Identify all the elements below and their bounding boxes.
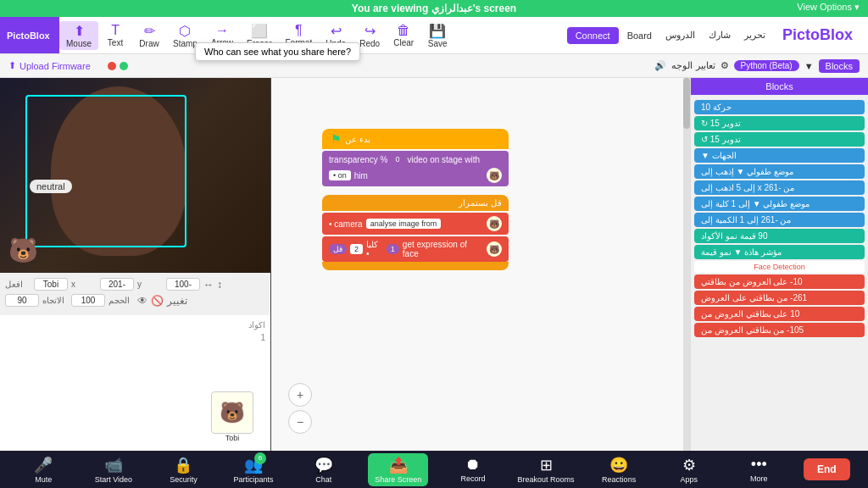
chat-icon: 💬 bbox=[314, 456, 333, 474]
settings-icon[interactable]: ⚙ bbox=[721, 60, 729, 71]
security-label: Security bbox=[170, 475, 198, 484]
board-nav[interactable]: Board bbox=[622, 30, 657, 41]
camera-section: قل بستمرار • camera analyse image from 🐻… bbox=[322, 195, 509, 262]
participants-button[interactable]: 👥 6 Participants bbox=[228, 456, 279, 484]
transparency-block[interactable]: transparency % 0 video on stage with • o… bbox=[322, 151, 509, 186]
sprite-name: Tobi bbox=[211, 434, 253, 442]
draw-icon: ✏ bbox=[144, 23, 155, 39]
video-icon: 📹 bbox=[104, 456, 123, 474]
share-nav[interactable]: شارك bbox=[704, 30, 736, 41]
scrollbar-thumb[interactable] bbox=[683, 78, 690, 129]
camera-hat[interactable]: قل بستمرار bbox=[322, 195, 509, 211]
face-detect-text: Face Detection bbox=[754, 263, 805, 271]
reactions-button[interactable]: 😀 Reactions bbox=[593, 456, 644, 484]
block-item-0[interactable]: حركة 10 bbox=[694, 100, 865, 114]
block-item-6[interactable]: موضع طفولي ▼ إلى 1 كلية إلى bbox=[694, 197, 865, 211]
connect-button[interactable]: Connect bbox=[567, 27, 619, 44]
block-label-1: تدوير 15 ↻ bbox=[701, 119, 741, 128]
block-item-9[interactable]: مؤشر هاذة ▼ نمو قيمة bbox=[694, 245, 865, 259]
video-label: Start Video bbox=[95, 475, 132, 484]
breakout-button[interactable]: ⊞ Breakout Rooms bbox=[518, 456, 575, 484]
tool-clear[interactable]: 🗑 Clear bbox=[387, 21, 420, 49]
show-icon[interactable]: 👁 bbox=[137, 295, 147, 307]
mute-label: Mute bbox=[35, 475, 52, 484]
apps-button[interactable]: ⚙ Apps bbox=[664, 456, 715, 484]
format-icon: ¶ bbox=[295, 23, 303, 38]
block-item-12[interactable]: 261- من بطاقتي على العروض bbox=[694, 291, 865, 305]
tool-mouse-label: Mouse bbox=[66, 39, 92, 48]
face-expression-block[interactable]: قل 2 كليا • 1 get expression of face 🐻 bbox=[322, 236, 509, 262]
stamp-icon: ⬡ bbox=[179, 23, 191, 39]
x-value[interactable]: 201- bbox=[100, 278, 134, 291]
sprite-thumbnail[interactable]: 🐻 Tobi bbox=[211, 391, 253, 442]
sprite-image: 🐻 bbox=[211, 391, 253, 434]
eraser-icon: ⬜ bbox=[251, 23, 268, 39]
blocks-badge[interactable]: Blocks bbox=[819, 59, 860, 73]
hide-icon[interactable]: 🚫 bbox=[151, 295, 164, 307]
block-item-14[interactable]: 105- من بطاقتي العروض من bbox=[694, 323, 865, 337]
transparency-num[interactable]: 0 bbox=[391, 154, 403, 164]
more-button[interactable]: ••• More bbox=[733, 456, 784, 483]
block-item-1[interactable]: تدوير 15 ↻ bbox=[694, 116, 865, 130]
block-item-8[interactable]: 90 قيمة نمو الأكواد bbox=[694, 229, 865, 243]
flag-block[interactable]: ⚑ بدء عن bbox=[322, 129, 509, 149]
block-item-7[interactable]: من -261 إلى 1 الكمية إلى bbox=[694, 213, 865, 227]
left-panel: neutral 🐻 افعل Tobi x 201- y 100- ↔ ↕ 90… bbox=[0, 78, 271, 451]
camera-hat-label: قل بستمرار bbox=[459, 198, 502, 208]
python-badge[interactable]: Python (Beta) bbox=[734, 60, 799, 71]
text-icon: T bbox=[111, 23, 120, 38]
sprite-size-row: 90 الاتجاه 100 الحجم 👁 🚫 تغيير bbox=[5, 294, 265, 307]
size-label: الحجم bbox=[108, 296, 134, 305]
zoom-in-button[interactable]: + bbox=[288, 383, 312, 407]
participants-label: Participants bbox=[234, 475, 274, 484]
stage-label: تعابير الوجه bbox=[671, 60, 715, 71]
transparency-text: transparency % bbox=[329, 155, 387, 164]
edit-nav[interactable]: تحرير bbox=[739, 30, 771, 41]
block-item-2[interactable]: تدوير 15 ↺ bbox=[694, 132, 865, 147]
analyse-val[interactable]: analyse image from bbox=[366, 219, 442, 229]
block-item-13[interactable]: 10 على بطاقتي العروض من bbox=[694, 307, 865, 321]
lessons-nav[interactable]: الدروس bbox=[660, 30, 700, 41]
breakout-icon: ⊞ bbox=[540, 456, 553, 474]
block-bottom bbox=[322, 262, 509, 270]
sound-icon: 🔊 bbox=[654, 60, 666, 71]
view-options-button[interactable]: View Options ▾ bbox=[797, 2, 860, 13]
mute-button[interactable]: 🎤 Mute bbox=[18, 456, 69, 484]
scrollbar-track[interactable] bbox=[683, 78, 690, 451]
block-item-11[interactable]: 10- على العروض من بطاقتي bbox=[694, 274, 865, 289]
block-label-7: من -261 إلى 1 الكمية إلى bbox=[701, 215, 791, 225]
sprite-controls: افعل Tobi x 201- y 100- ↔ ↕ 90 الاتجاه 1… bbox=[0, 273, 270, 315]
apps-label: Apps bbox=[680, 475, 698, 484]
start-video-button[interactable]: 📹 Start Video bbox=[88, 456, 139, 484]
block-item-3[interactable]: الجهات ▼ bbox=[694, 148, 865, 163]
on-val[interactable]: • on bbox=[329, 170, 351, 180]
dir-value[interactable]: 90 bbox=[5, 294, 39, 307]
main-area: neutral 🐻 افعل Tobi x 201- y 100- ↔ ↕ 90… bbox=[0, 78, 868, 451]
record-button[interactable]: ⏺ Record bbox=[448, 456, 498, 483]
block-label-11: 10- على العروض من بطاقتي bbox=[701, 277, 803, 286]
face-num-val[interactable]: 2 bbox=[350, 244, 363, 254]
participants-count: 6 bbox=[254, 452, 266, 464]
center-canvas[interactable]: ⚑ بدء عن transparency % 0 video on stage… bbox=[271, 78, 690, 451]
y-value[interactable]: 100- bbox=[166, 278, 200, 291]
tool-mouse[interactable]: ⬆ Mouse bbox=[59, 21, 98, 50]
participants-icon-wrap: 👥 6 bbox=[244, 456, 263, 474]
zoom-out-button[interactable]: − bbox=[288, 410, 312, 434]
block-item-5[interactable]: من -261 x إلى 5 اذهب إلى bbox=[694, 180, 865, 195]
arrow-icon: → bbox=[215, 23, 229, 38]
tool-text[interactable]: T Text bbox=[98, 21, 132, 49]
tool-save[interactable]: 💾 Save bbox=[420, 21, 454, 50]
canvas-content: ⚑ بدء عن transparency % 0 video on stage… bbox=[271, 78, 690, 451]
end-button[interactable]: End bbox=[804, 458, 850, 480]
size-value[interactable]: 100 bbox=[71, 294, 105, 307]
upload-firmware-button[interactable]: ⬆ Upload Firmware bbox=[0, 60, 99, 71]
camera-block[interactable]: • camera analyse image from 🐻 bbox=[322, 213, 509, 235]
sprite-name-val[interactable]: Tobi bbox=[34, 278, 68, 291]
security-button[interactable]: 🔒 Security bbox=[158, 456, 209, 484]
block-item-4[interactable]: موضع طفولي ▼ إذهب إلى bbox=[694, 164, 865, 179]
tool-draw[interactable]: ✏ Draw bbox=[132, 21, 166, 50]
chat-button[interactable]: 💬 Chat bbox=[298, 456, 349, 484]
save-icon: 💾 bbox=[429, 23, 446, 39]
share-screen-button[interactable]: 📤 Share Screen bbox=[368, 453, 428, 486]
blocks-section: حركة 10 تدوير 15 ↻ تدوير 15 ↺ الجهات ▼ م… bbox=[691, 95, 868, 342]
